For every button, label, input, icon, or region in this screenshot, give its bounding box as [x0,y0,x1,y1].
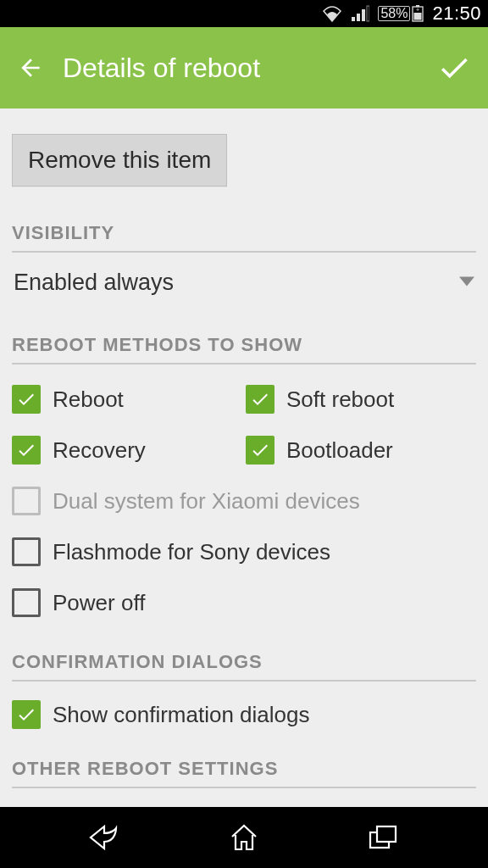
other-block: Only use shell commands for carrying out… [12,788,476,807]
svg-rect-3 [367,6,369,21]
signal-icon [351,5,369,22]
checkbox-label: Reboot [53,387,124,413]
nav-back-icon [87,823,123,852]
app-bar: Details of reboot [0,27,488,108]
nav-bar [0,807,488,868]
methods-grid: Reboot Soft reboot Recovery Bootloader D… [12,364,476,629]
svg-rect-9 [377,826,396,842]
checkbox-flashmode[interactable]: Flashmode for Sony devices [12,532,476,571]
svg-rect-0 [352,17,355,21]
section-header-visibility: VISIBILITY [12,222,476,253]
checkbox-label: Soft reboot [286,387,394,413]
back-button[interactable] [12,49,49,86]
nav-recents-icon [367,824,399,851]
checkbox-soft-reboot[interactable]: Soft reboot [246,380,476,419]
arrow-left-icon [17,54,44,81]
checkbox-bootloader[interactable]: Bootloader [246,431,476,470]
svg-rect-1 [357,14,360,21]
checkbox-icon [246,436,274,465]
visibility-selected: Enabled always [14,270,459,296]
checkbox-icon [12,700,41,729]
section-header-confirm: CONFIRMATION DIALOGS [12,651,476,682]
checkbox-icon [12,588,41,617]
checkbox-recovery[interactable]: Recovery [12,431,242,470]
battery-indicator: 58% + [378,5,424,22]
checkbox-label: Recovery [53,437,146,464]
content: Remove this item VISIBILITY Enabled alwa… [0,108,488,807]
checkbox-shell-commands[interactable]: Only use shell commands for carrying out… [12,800,476,807]
svg-rect-6 [414,13,422,20]
wifi-icon [322,5,342,22]
checkbox-reboot[interactable]: Reboot [12,380,242,419]
checkbox-label: Flashmode for Sony devices [53,539,330,565]
visibility-dropdown[interactable]: Enabled always [12,253,476,312]
remove-item-button[interactable]: Remove this item [12,134,227,186]
status-bar: 58% + 21:50 [0,0,488,27]
checkbox-icon [12,436,41,465]
svg-text:+: + [416,7,419,13]
battery-percent: 58% [378,6,410,21]
screen: 58% + 21:50 Details of reboot Remove thi… [0,0,488,868]
checkbox-power-off[interactable]: Power off [12,583,476,622]
checkbox-label: Power off [53,590,145,616]
checkbox-icon [246,385,274,414]
checkbox-show-confirm[interactable]: Show confirmation dialogs [12,693,476,736]
battery-icon: + [412,5,424,22]
checkbox-label: Show confirmation dialogs [53,702,310,728]
checkbox-icon [12,487,41,515]
checkbox-label: Bootloader [286,437,393,464]
page-title: Details of reboot [63,53,432,84]
nav-recents-button[interactable] [349,817,417,858]
caret-down-icon [459,274,474,292]
nav-back-button[interactable] [71,817,139,858]
section-header-methods: REBOOT METHODS TO SHOW [12,334,476,364]
checkbox-label: Dual system for Xiaomi devices [53,488,360,515]
nav-home-button[interactable] [210,817,278,858]
checkbox-icon [12,537,41,566]
clock: 21:50 [432,3,481,25]
section-header-other: OTHER REBOOT SETTINGS [12,758,476,788]
svg-rect-2 [362,9,365,21]
checkbox-dual-system: Dual system for Xiaomi devices [12,481,476,520]
confirm-block: Show confirmation dialogs [12,682,476,736]
check-icon [436,50,472,86]
checkbox-icon [12,385,41,414]
confirm-button[interactable] [432,46,476,90]
nav-home-icon [229,823,259,852]
